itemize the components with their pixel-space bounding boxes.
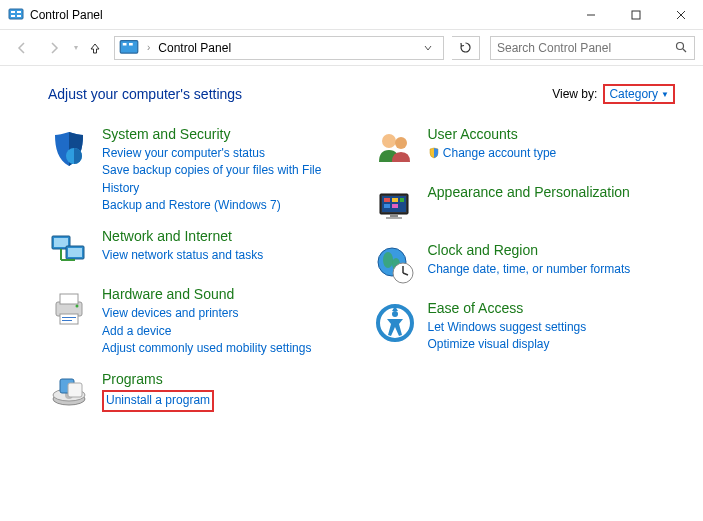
window-controls: [568, 0, 703, 29]
category-programs: Programs Uninstall a program: [48, 371, 350, 415]
printer-icon: [48, 288, 90, 330]
svg-rect-11: [129, 43, 133, 46]
titlebar: Control Panel: [0, 0, 703, 30]
control-panel-crumb-icon: [119, 38, 139, 58]
svg-point-44: [383, 252, 393, 268]
svg-rect-18: [68, 248, 82, 257]
chevron-down-icon: ▼: [661, 90, 669, 99]
svg-rect-39: [384, 204, 390, 208]
forward-button[interactable]: [40, 34, 68, 62]
category-title[interactable]: User Accounts: [428, 126, 676, 143]
category-link[interactable]: Review your computer's status: [102, 145, 350, 162]
svg-point-12: [677, 43, 684, 50]
svg-rect-1: [11, 11, 15, 13]
svg-point-32: [382, 134, 396, 148]
svg-rect-2: [17, 11, 21, 13]
shield-small-icon: [428, 147, 440, 159]
svg-rect-10: [123, 43, 127, 46]
category-title[interactable]: Ease of Access: [428, 300, 676, 317]
category-title[interactable]: System and Security: [102, 126, 350, 143]
control-panel-icon: [8, 7, 24, 23]
svg-rect-40: [392, 204, 398, 208]
svg-point-33: [395, 137, 407, 149]
search-input[interactable]: [497, 41, 675, 55]
category-title[interactable]: Appearance and Personalization: [428, 184, 676, 201]
view-by-value: Category: [609, 87, 658, 101]
network-icon: [48, 230, 90, 272]
category-link-uninstall[interactable]: Uninstall a program: [106, 393, 210, 407]
up-button[interactable]: [84, 37, 106, 59]
category-link[interactable]: View network status and tasks: [102, 247, 350, 264]
category-hardware: Hardware and Sound View devices and prin…: [48, 286, 350, 357]
category-title[interactable]: Programs: [102, 371, 350, 388]
svg-rect-37: [392, 198, 398, 202]
svg-rect-38: [400, 198, 404, 202]
svg-point-24: [76, 305, 79, 308]
category-title[interactable]: Clock and Region: [428, 242, 676, 259]
programs-icon: [48, 373, 90, 415]
svg-rect-42: [386, 217, 402, 219]
category-column-left: System and Security Review your computer…: [48, 126, 350, 429]
category-link[interactable]: View devices and printers: [102, 305, 350, 322]
view-by-control: View by: Category ▼: [552, 84, 675, 104]
shield-icon: [48, 128, 90, 170]
recent-dropdown-icon[interactable]: ▾: [72, 43, 80, 52]
close-button[interactable]: [658, 0, 703, 29]
refresh-button[interactable]: [452, 36, 480, 60]
category-link[interactable]: Change date, time, or number formats: [428, 261, 676, 278]
svg-point-50: [392, 311, 398, 317]
svg-rect-16: [54, 238, 68, 247]
category-title[interactable]: Network and Internet: [102, 228, 350, 245]
view-by-dropdown[interactable]: Category ▼: [603, 84, 675, 104]
category-link[interactable]: Add a device: [102, 323, 350, 340]
svg-rect-25: [62, 317, 76, 318]
category-title[interactable]: Hardware and Sound: [102, 286, 350, 303]
svg-rect-23: [60, 314, 78, 324]
category-link[interactable]: Let Windows suggest settings: [428, 319, 676, 336]
search-icon[interactable]: [675, 41, 688, 54]
breadcrumb-separator[interactable]: ›: [143, 42, 154, 53]
window-title: Control Panel: [30, 8, 568, 22]
back-button[interactable]: [8, 34, 36, 62]
view-by-label: View by:: [552, 87, 597, 101]
svg-rect-9: [120, 40, 138, 53]
category-link[interactable]: Change account type: [428, 145, 676, 162]
svg-rect-0: [9, 9, 23, 19]
minimize-button[interactable]: [568, 0, 613, 29]
page-heading: Adjust your computer's settings: [48, 86, 552, 102]
category-link[interactable]: Backup and Restore (Windows 7): [102, 197, 350, 214]
category-link[interactable]: Save backup copies of your files with Fi…: [102, 162, 350, 197]
svg-rect-36: [384, 198, 390, 202]
clock-icon: [374, 244, 416, 286]
category-ease-of-access: Ease of Access Let Windows suggest setti…: [374, 300, 676, 354]
ease-of-access-icon: [374, 302, 416, 344]
address-bar[interactable]: › Control Panel: [114, 36, 444, 60]
svg-rect-22: [60, 294, 78, 304]
content-area: Adjust your computer's settings View by:…: [0, 66, 703, 439]
user-accounts-icon: [374, 128, 416, 170]
highlighted-link: Uninstall a program: [102, 390, 214, 411]
svg-line-13: [683, 49, 686, 52]
category-system-security: System and Security Review your computer…: [48, 126, 350, 214]
category-clock-region: Clock and Region Change date, time, or n…: [374, 242, 676, 286]
breadcrumb-item[interactable]: Control Panel: [154, 41, 235, 55]
category-link[interactable]: Optimize visual display: [428, 336, 676, 353]
svg-rect-26: [62, 320, 72, 321]
maximize-button[interactable]: [613, 0, 658, 29]
svg-rect-41: [390, 214, 398, 217]
category-appearance: Appearance and Personalization: [374, 184, 676, 228]
category-column-right: User Accounts Change account type Appear…: [374, 126, 676, 429]
category-user-accounts: User Accounts Change account type: [374, 126, 676, 170]
svg-rect-6: [632, 11, 640, 19]
category-network: Network and Internet View network status…: [48, 228, 350, 272]
appearance-icon: [374, 186, 416, 228]
svg-rect-3: [11, 15, 15, 17]
search-box[interactable]: [490, 36, 695, 60]
category-link[interactable]: Adjust commonly used mobility settings: [102, 340, 350, 357]
svg-rect-4: [17, 15, 21, 17]
address-dropdown-icon[interactable]: [423, 43, 443, 53]
svg-rect-31: [68, 383, 82, 397]
navigation-bar: ▾ › Control Panel: [0, 30, 703, 66]
